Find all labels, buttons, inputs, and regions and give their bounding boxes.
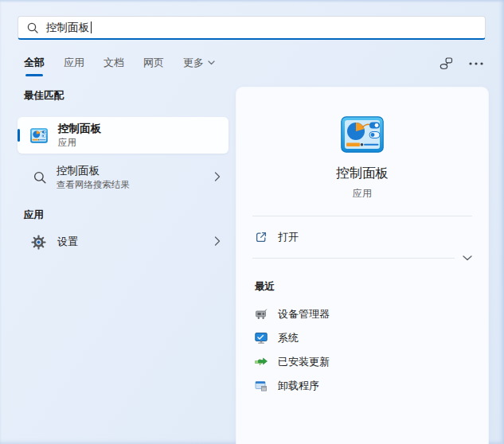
- uninstall-program-icon: [255, 380, 268, 392]
- recent-item-label: 设备管理器: [278, 307, 330, 321]
- recent-item-label: 系统: [278, 331, 299, 345]
- open-external-icon: [255, 231, 268, 243]
- preview-app-subtitle: 应用: [236, 187, 488, 201]
- best-match-header: 最佳匹配: [24, 89, 64, 103]
- windows-search-flyout: 控制面板 全部 应用 文档 网页 更多 最佳匹配: [0, 0, 504, 444]
- apps-section-header: 应用: [24, 208, 44, 222]
- text-caret: [91, 21, 92, 33]
- chevron-down-icon: [208, 60, 215, 65]
- tab-documents[interactable]: 文档: [104, 56, 124, 76]
- search-icon: [33, 171, 46, 184]
- recent-item-system[interactable]: 系统: [255, 326, 472, 350]
- control-panel-icon: [30, 128, 48, 143]
- settings-gear-icon: [31, 235, 46, 250]
- recent-item-uninstall-program[interactable]: 卸载程序: [255, 374, 472, 398]
- recent-section-header: 最近: [255, 280, 488, 294]
- account-button[interactable]: [440, 57, 453, 70]
- selection-accent-bar: [18, 129, 20, 142]
- control-panel-icon: [341, 116, 384, 153]
- divider: [252, 216, 472, 216]
- search-query-text[interactable]: 控制面板: [46, 21, 89, 35]
- chevron-right-icon: [214, 172, 221, 181]
- recent-item-installed-updates[interactable]: 已安装更新: [255, 350, 472, 374]
- search-filter-tabs: 全部 应用 文档 网页 更多: [24, 56, 215, 76]
- best-match-subtitle: 应用: [58, 137, 101, 148]
- divider: [252, 258, 455, 259]
- open-action[interactable]: 打开: [255, 227, 472, 247]
- web-result-title: 控制面板: [57, 165, 130, 178]
- tab-more[interactable]: 更多: [183, 56, 215, 76]
- settings-result[interactable]: 设置: [18, 228, 229, 255]
- search-input[interactable]: 控制面板: [18, 16, 486, 40]
- options-button[interactable]: [469, 62, 483, 65]
- best-match-title: 控制面板: [58, 123, 101, 136]
- actions-collapse-row: [252, 255, 472, 261]
- installed-updates-icon: [255, 356, 268, 368]
- recent-item-label: 已安装更新: [278, 355, 330, 369]
- open-label: 打开: [278, 230, 299, 244]
- tab-apps[interactable]: 应用: [64, 56, 84, 76]
- recent-item-device-manager[interactable]: 设备管理器: [255, 302, 472, 326]
- chevron-down-icon[interactable]: [463, 255, 472, 261]
- best-match-result[interactable]: 控制面板 应用: [18, 117, 229, 154]
- settings-label: 设置: [57, 235, 78, 249]
- ellipsis-icon: [469, 62, 483, 65]
- web-search-result[interactable]: 控制面板 查看网络搜索结果: [18, 159, 229, 196]
- device-manager-icon: [255, 308, 268, 321]
- system-monitor-icon: [255, 332, 268, 345]
- preview-app-title: 控制面板: [236, 165, 488, 182]
- chevron-right-icon: [214, 236, 221, 246]
- recent-item-label: 卸载程序: [278, 379, 319, 393]
- tab-web[interactable]: 网页: [143, 56, 164, 76]
- preview-panel: 控制面板 应用 打开 最近: [236, 88, 488, 444]
- search-icon: [27, 22, 38, 33]
- contact-bubble-icon: [440, 57, 453, 70]
- search-header-actions: [440, 57, 483, 70]
- web-result-subtitle: 查看网络搜索结果: [57, 179, 130, 190]
- tab-all[interactable]: 全部: [24, 56, 45, 76]
